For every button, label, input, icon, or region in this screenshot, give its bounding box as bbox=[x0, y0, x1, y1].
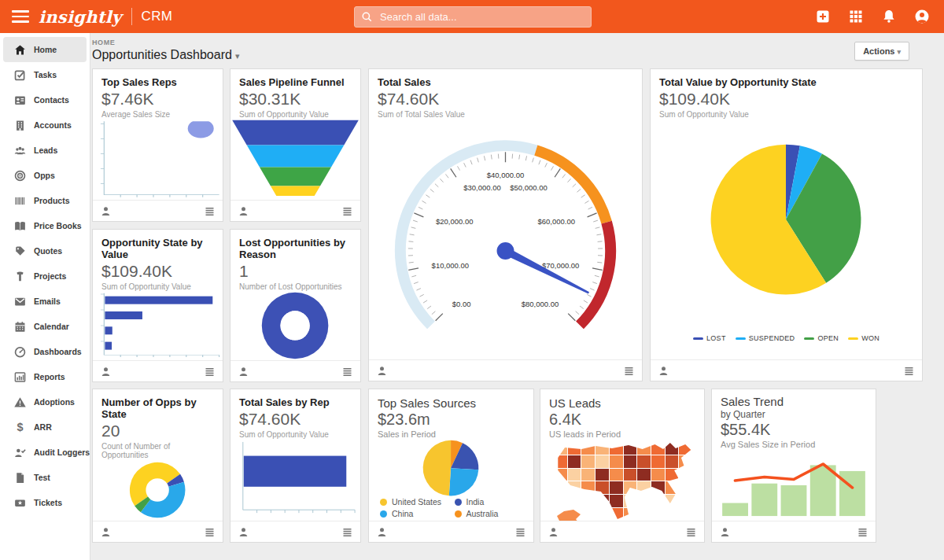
actions-button[interactable]: Actions▾ bbox=[854, 42, 909, 61]
sidebar-item-price-books[interactable]: Price Books bbox=[3, 213, 87, 238]
widget-owner-icon[interactable] bbox=[376, 365, 388, 377]
add-icon[interactable] bbox=[815, 9, 831, 24]
widget-list-icon[interactable] bbox=[204, 205, 216, 217]
widget-list-icon[interactable] bbox=[341, 526, 353, 538]
map-state-cell[interactable] bbox=[610, 469, 623, 481]
map-state-cell[interactable] bbox=[568, 442, 581, 455]
map-state-cell[interactable] bbox=[581, 495, 595, 507]
widget-owner-icon[interactable] bbox=[376, 526, 388, 538]
legend-item-united-states[interactable]: United States bbox=[380, 497, 455, 507]
sidebar-item-adoptions[interactable]: Adoptions bbox=[3, 389, 87, 414]
page-title-dropdown-caret[interactable]: ▾ bbox=[235, 51, 240, 61]
global-search[interactable] bbox=[354, 6, 592, 28]
map-state-cell[interactable] bbox=[554, 455, 567, 468]
map-state-cell[interactable] bbox=[651, 481, 665, 494]
map-state-cell[interactable] bbox=[651, 455, 665, 468]
sidebar-item-leads[interactable]: Leads bbox=[3, 138, 87, 163]
legend-item-won[interactable]: WON bbox=[848, 334, 879, 342]
map-state-cell[interactable] bbox=[581, 455, 595, 468]
sidebar-item-tickets[interactable]: Tickets bbox=[3, 490, 87, 515]
sidebar-item-audit-loggers[interactable]: Audit Loggers bbox=[3, 440, 87, 465]
widget-list-icon[interactable] bbox=[514, 526, 526, 538]
notifications-bell-icon[interactable] bbox=[881, 9, 897, 24]
map-state-cell[interactable] bbox=[679, 455, 692, 468]
widget-list-icon[interactable] bbox=[204, 366, 216, 378]
widget-owner-icon[interactable] bbox=[658, 365, 669, 377]
map-state-cell[interactable] bbox=[568, 455, 581, 468]
sidebar-item-arr[interactable]: $ARR bbox=[3, 414, 87, 440]
map-state-cell[interactable] bbox=[596, 442, 609, 455]
widget-owner-icon[interactable] bbox=[238, 526, 249, 538]
widget-owner-icon[interactable] bbox=[100, 526, 112, 538]
map-state-cell[interactable] bbox=[624, 495, 637, 507]
search-input[interactable] bbox=[378, 10, 591, 24]
map-state-cell[interactable] bbox=[637, 469, 651, 481]
map-state-cell[interactable] bbox=[624, 469, 637, 481]
map-state-cell[interactable] bbox=[610, 495, 623, 507]
map-state-cell[interactable] bbox=[624, 508, 637, 521]
sidebar-item-accounts[interactable]: Accounts bbox=[3, 112, 87, 138]
map-state-cell[interactable] bbox=[554, 469, 567, 481]
widget-list-icon[interactable] bbox=[857, 526, 868, 538]
sidebar-item-calendar[interactable]: Calendar bbox=[3, 314, 87, 339]
map-state-cell[interactable] bbox=[624, 481, 637, 494]
map-state-cell[interactable] bbox=[596, 508, 609, 521]
profile-avatar-icon[interactable] bbox=[914, 9, 930, 24]
legend-item-india[interactable]: India bbox=[455, 497, 529, 507]
widget-owner-icon[interactable] bbox=[548, 526, 559, 538]
widget-list-icon[interactable] bbox=[204, 526, 216, 538]
map-alaska[interactable] bbox=[557, 510, 581, 521]
map-state-cell[interactable] bbox=[651, 508, 665, 521]
widget-list-icon[interactable] bbox=[685, 526, 697, 538]
sidebar-item-contacts[interactable]: Contacts bbox=[3, 87, 87, 112]
map-state-cell[interactable] bbox=[637, 455, 651, 468]
map-state-cell[interactable] bbox=[666, 495, 679, 507]
sidebar-item-test[interactable]: Test bbox=[3, 465, 87, 490]
map-state-cell[interactable] bbox=[651, 442, 665, 455]
widget-owner-icon[interactable] bbox=[238, 205, 249, 217]
map-state-cell[interactable] bbox=[679, 495, 692, 507]
sidebar-item-tasks[interactable]: Tasks bbox=[3, 62, 87, 87]
map-state-cell[interactable] bbox=[581, 481, 595, 494]
sidebar-item-emails[interactable]: Emails bbox=[3, 289, 87, 314]
map-state-cell[interactable] bbox=[610, 442, 623, 455]
hamburger-menu-icon[interactable] bbox=[12, 10, 29, 23]
sidebar-item-reports[interactable]: Reports bbox=[3, 364, 87, 389]
map-state-cell[interactable] bbox=[637, 442, 651, 455]
map-state-cell[interactable] bbox=[679, 508, 692, 521]
legend-item-open[interactable]: OPEN bbox=[804, 334, 839, 342]
sidebar-item-dashboards[interactable]: Dashboards bbox=[3, 339, 87, 364]
sidebar-item-home[interactable]: Home bbox=[3, 37, 87, 62]
map-state-cell[interactable] bbox=[581, 508, 595, 521]
map-state-cell[interactable] bbox=[679, 442, 692, 455]
map-state-cell[interactable] bbox=[568, 481, 581, 494]
map-state-cell[interactable] bbox=[568, 469, 581, 481]
map-state-cell[interactable] bbox=[637, 508, 651, 521]
sidebar-item-projects[interactable]: Projects bbox=[3, 263, 87, 289]
widget-owner-icon[interactable] bbox=[100, 366, 112, 378]
legend-item-australia[interactable]: Australia bbox=[455, 509, 529, 518]
map-state-cell[interactable] bbox=[596, 469, 609, 481]
map-state-cell[interactable] bbox=[581, 442, 595, 455]
widget-owner-icon[interactable] bbox=[100, 205, 112, 217]
map-state-cell[interactable] bbox=[651, 495, 665, 507]
map-state-cell[interactable] bbox=[666, 442, 679, 455]
map-state-cell[interactable] bbox=[581, 469, 595, 481]
map-state-cell[interactable] bbox=[651, 469, 665, 481]
map-state-cell[interactable] bbox=[610, 508, 623, 521]
widget-list-icon[interactable] bbox=[341, 366, 353, 378]
widget-list-icon[interactable] bbox=[903, 365, 915, 377]
legend-item-china[interactable]: China bbox=[380, 509, 455, 518]
legend-item-lost[interactable]: LOST bbox=[693, 334, 726, 342]
map-state-cell[interactable] bbox=[596, 495, 609, 507]
widget-list-icon[interactable] bbox=[341, 205, 353, 217]
map-state-cell[interactable] bbox=[624, 455, 637, 468]
map-state-cell[interactable] bbox=[637, 495, 651, 507]
map-state-cell[interactable] bbox=[679, 481, 692, 494]
map-state-cell[interactable] bbox=[666, 508, 679, 521]
legend-item-suspended[interactable]: SUSPENDED bbox=[736, 334, 795, 342]
widget-list-icon[interactable] bbox=[623, 365, 635, 377]
map-state-cell[interactable] bbox=[679, 469, 692, 481]
sidebar-item-quotes[interactable]: Quotes bbox=[3, 238, 87, 263]
breadcrumb[interactable]: HOME bbox=[92, 39, 115, 46]
